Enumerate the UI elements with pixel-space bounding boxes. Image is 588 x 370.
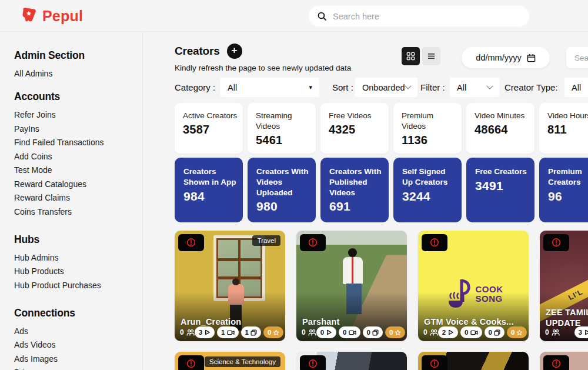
stars-pill: 0 <box>507 326 527 338</box>
stat-label: Self Signed Up Creators <box>402 166 457 188</box>
date-picker[interactable]: dd/mm/yyyy <box>462 47 550 68</box>
list-view-toggle[interactable] <box>422 47 440 65</box>
sidebar-item-coins-transfers[interactable]: Coins Transfers <box>14 208 136 216</box>
category-value: All <box>228 83 237 92</box>
stat-label: Video Minutes <box>475 111 530 121</box>
calendar-icon[interactable] <box>527 54 536 62</box>
creator-name: ZEE TAMIL SA UPDATE <box>546 307 588 328</box>
app-logo[interactable]: Pepul <box>20 7 83 25</box>
pepul-logo-icon <box>20 7 38 25</box>
sidebar-item-hub-product-purchases[interactable]: Hub Product Purchases <box>14 281 136 289</box>
warning-icon <box>300 234 326 251</box>
filter-value: All <box>457 83 466 92</box>
creator-card[interactable]: Science & Technology <box>175 352 285 370</box>
sidebar-item-add-coins[interactable]: Add Coins <box>14 152 136 161</box>
stat-value: 5461 <box>256 134 311 147</box>
category-select[interactable]: All ▾ <box>220 78 319 97</box>
stat-value: 3244 <box>402 189 457 204</box>
creator-card[interactable]: COOK SONG GTM Voice & Cooks... 0 <box>418 231 529 341</box>
secondary-search[interactable] <box>566 47 588 68</box>
global-search[interactable] <box>309 6 529 26</box>
stat-label: Creators With Published Videos <box>329 166 384 198</box>
stat-value: 4325 <box>329 123 384 136</box>
followers-count: 0 <box>545 328 560 336</box>
stat-label: Creators Shown in App <box>183 166 238 188</box>
stat-value: 96 <box>548 189 588 204</box>
sidebar-item-ads-videos[interactable]: Ads Videos <box>14 341 136 349</box>
sidebar-item-ads-images[interactable]: Ads Images <box>14 355 136 363</box>
creator-card[interactable] <box>296 352 407 370</box>
video-camera-icon <box>349 329 356 336</box>
followers-count: 0 <box>302 328 316 336</box>
stat-value: 984 <box>183 189 238 204</box>
star-icon <box>516 329 523 336</box>
video-camera-icon <box>470 329 478 336</box>
creator-type-label: Creator Type: <box>505 78 558 97</box>
creator-card[interactable]: Parshant 0 0 <box>296 231 407 341</box>
warning-icon <box>178 234 204 251</box>
stat-card-free-videos: Free Videos 4325 <box>320 103 389 154</box>
category-label: Category : <box>175 78 215 97</box>
sidebar-item-test-mode[interactable]: Test Mode <box>14 166 136 174</box>
videos-pill: 0 <box>460 326 482 338</box>
plays-pill: 3 <box>195 326 215 338</box>
date-value: dd/mm/yyyy <box>476 53 521 62</box>
sidebar-item-hub-admins[interactable]: Hub Admins <box>14 254 136 262</box>
sort-label: Sort : <box>332 78 353 97</box>
star-icon <box>395 329 401 336</box>
images-icon <box>494 329 500 336</box>
stat-card-creators-shown-in-app: Creators Shown in App 984 <box>175 158 243 222</box>
stat-card-video-hours: Video Hours 811 <box>539 103 588 154</box>
sort-select[interactable]: Onboarded <box>355 78 417 97</box>
stat-value: 3587 <box>183 123 238 136</box>
warning-icon <box>178 355 204 370</box>
video-camera-icon <box>227 329 235 336</box>
stat-label: Video Hours <box>547 111 588 121</box>
secondary-search-input[interactable] <box>574 54 588 62</box>
sidebar-item-payins[interactable]: PayIns <box>14 125 136 133</box>
creator-type-select[interactable]: All <box>564 78 588 97</box>
creator-card[interactable] <box>540 352 588 370</box>
warning-icon <box>543 234 569 251</box>
add-creator-button[interactable]: + <box>227 44 242 59</box>
sidebar-item-ads[interactable]: Ads <box>14 327 136 335</box>
page-title: Creators <box>175 45 220 58</box>
grid-view-toggle[interactable] <box>402 47 420 65</box>
main-content: Creators + dd/mm/yyyy <box>143 32 588 370</box>
sort-value: Onboarded <box>362 83 405 92</box>
warning-icon <box>543 355 569 370</box>
sidebar-item-reward-catalogues[interactable]: Reward Catalogues <box>14 180 136 188</box>
sidebar-nav: Admin Section All Admins Accounts Refer … <box>0 32 143 370</box>
list-icon <box>427 52 436 61</box>
search-input[interactable] <box>333 12 521 21</box>
creator-card[interactable]: Travel Arun_Creation 0 3 <box>175 231 285 341</box>
play-icon <box>326 329 332 336</box>
chevron-down-icon <box>486 82 493 89</box>
stat-label: Free Creators <box>475 166 530 177</box>
creator-stats: 0 0 <box>302 326 403 338</box>
grid-icon <box>406 52 415 61</box>
stat-label: Creators With Videos Uploaded <box>256 166 311 198</box>
sidebar-item-reward-claims[interactable]: Reward Claims <box>14 194 136 202</box>
stats-row-white: Active Creators 3587 Streaming Videos 54… <box>175 103 588 154</box>
sidebar-item-hub-products[interactable]: Hub Products <box>14 267 136 275</box>
creator-cards-row: Travel Arun_Creation 0 3 <box>175 231 588 341</box>
people-icon <box>308 329 316 336</box>
top-header: Pepul <box>0 0 588 32</box>
images-pill: 0 <box>363 326 383 338</box>
followers-count: 0 <box>423 328 438 336</box>
stat-card-creators-with-videos-uploaded: Creators With Videos Uploaded 980 <box>248 158 316 222</box>
sidebar-item-all-admins[interactable]: All Admins <box>14 69 136 78</box>
creator-card[interactable] <box>418 352 529 370</box>
plays-pill: 0 <box>316 326 336 338</box>
stat-card-premium-videos: Premium Videos 1136 <box>393 103 462 154</box>
stat-label: Premium Videos <box>402 111 457 132</box>
stat-card-self-signed-up-creators: Self Signed Up Creators 3244 <box>393 158 462 222</box>
filter-select[interactable]: All <box>450 78 499 97</box>
creator-stats: 0 3 <box>180 326 282 338</box>
creator-card[interactable]: ♪ LI'L ZEE TAMIL SA UPDATE 0 <box>540 231 588 341</box>
images-icon <box>372 329 379 336</box>
sidebar-item-find-failed-transactions[interactable]: Find Failed Transactions <box>14 138 136 146</box>
sidebar-item-refer-joins[interactable]: Refer Joins <box>14 111 136 119</box>
stat-card-free-creators: Free Creators 3491 <box>466 158 534 222</box>
